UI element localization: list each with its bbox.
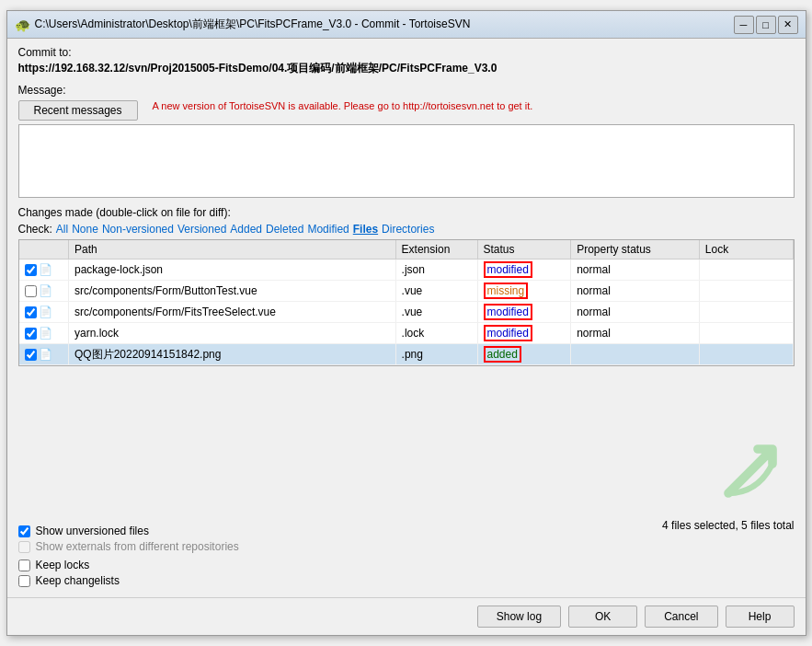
header-check	[19, 240, 69, 260]
commit-to-label: Commit to:	[18, 46, 795, 59]
changes-label: Changes made (double-click on file for d…	[18, 206, 795, 219]
message-textarea[interactable]	[18, 124, 795, 198]
filter-modified[interactable]: Modified	[307, 223, 349, 236]
row-checkbox-cell: 📄	[19, 302, 69, 323]
row-lock	[699, 323, 793, 344]
bottom-checkboxes: Show unversioned files Show externals fr…	[18, 525, 239, 553]
changes-section: Changes made (double-click on file for d…	[18, 206, 795, 553]
title-bar: 🐢 C:\Users\Administrator\Desktop\前端框架\PC…	[7, 11, 806, 39]
table-row[interactable]: 📄 yarn.lock .lock modified normal	[19, 323, 794, 344]
row-property-status: normal	[571, 281, 700, 302]
row-checkbox-cell: 📄	[19, 260, 69, 281]
row-lock	[699, 281, 793, 302]
message-section: Message: Recent messages A new version o…	[18, 84, 795, 201]
header-status: Status	[477, 240, 571, 260]
minimize-button[interactable]: ─	[734, 16, 754, 34]
show-externals-checkbox[interactable]	[18, 541, 30, 553]
main-window: 🐢 C:\Users\Administrator\Desktop\前端框架\PC…	[6, 10, 806, 636]
footer-buttons: Show log OK Cancel Help	[7, 597, 806, 635]
file-type-icon: 📄	[39, 327, 52, 340]
row-extension: .json	[395, 260, 477, 281]
keep-locks-checkbox[interactable]	[18, 559, 30, 571]
filter-row: Check: All None Non-versioned Versioned …	[18, 223, 795, 236]
app-icon: 🐢	[15, 17, 29, 32]
table-row[interactable]: 📄 src/components/Form/ButtonTest.vue .vu…	[19, 281, 794, 302]
file-table-wrapper: Path Extension Status Property status Lo…	[18, 239, 795, 515]
filter-files[interactable]: Files	[353, 223, 378, 236]
recent-messages-button[interactable]: Recent messages	[18, 100, 138, 121]
row-extension: .png	[395, 344, 477, 365]
row-checkbox[interactable]	[25, 349, 37, 361]
update-notice: A new version of TortoiseSVN is availabl…	[153, 100, 795, 111]
window-title: C:\Users\Administrator\Desktop\前端框架\PC\F…	[35, 17, 471, 32]
filter-none[interactable]: None	[72, 223, 98, 236]
ok-button[interactable]: OK	[568, 606, 637, 628]
green-arrow-watermark	[714, 434, 787, 508]
header-property-status: Property status	[571, 240, 700, 260]
row-path: QQ图片20220914151842.png	[68, 344, 395, 365]
cancel-button[interactable]: Cancel	[645, 606, 717, 628]
row-path: src/components/Form/ButtonTest.vue	[68, 281, 395, 302]
show-log-button[interactable]: Show log	[477, 606, 561, 628]
keep-locks-label: Keep locks	[36, 559, 90, 571]
keep-changelists-row: Keep changelists	[18, 574, 795, 587]
message-label: Message:	[18, 84, 795, 97]
keep-section: Keep locks Keep changelists	[18, 559, 795, 590]
status-badge: modified	[484, 261, 532, 278]
row-checkbox-cell: 📄	[19, 344, 69, 365]
filter-directories[interactable]: Directories	[382, 223, 434, 236]
row-checkbox[interactable]	[25, 328, 37, 340]
title-bar-left: 🐢 C:\Users\Administrator\Desktop\前端框架\PC…	[15, 17, 471, 32]
row-checkbox[interactable]	[25, 264, 37, 276]
help-button[interactable]: Help	[726, 606, 795, 628]
filter-deleted[interactable]: Deleted	[266, 223, 303, 236]
file-type-icon: 📄	[39, 306, 52, 318]
row-extension: .vue	[395, 302, 477, 323]
show-unversioned-row: Show unversioned files	[18, 525, 239, 537]
table-header-row: Path Extension Status Property status Lo…	[19, 240, 794, 260]
row-checkbox-cell: 📄	[19, 281, 69, 302]
row-path: package-lock.json	[68, 260, 395, 281]
close-button[interactable]: ✕	[778, 16, 798, 34]
status-summary: 4 files selected, 5 files total	[662, 519, 794, 532]
header-lock: Lock	[699, 240, 793, 260]
row-path: yarn.lock	[68, 323, 395, 344]
file-table-container[interactable]: Path Extension Status Property status Lo…	[18, 239, 795, 366]
title-bar-buttons: ─ □ ✕	[734, 16, 798, 34]
table-row[interactable]: 📄 src/components/Form/FitsTreeSelect.vue…	[19, 302, 794, 323]
row-extension: .vue	[395, 281, 477, 302]
status-badge: added	[484, 346, 521, 363]
show-unversioned-checkbox[interactable]	[18, 525, 30, 537]
show-unversioned-label: Show unversioned files	[36, 525, 149, 537]
file-table: Path Extension Status Property status Lo…	[19, 240, 794, 365]
row-property-status: normal	[571, 260, 700, 281]
row-status: modified	[477, 302, 571, 323]
header-path: Path	[68, 240, 395, 260]
file-type-icon: 📄	[39, 348, 52, 361]
status-badge: modified	[484, 325, 532, 341]
row-lock	[699, 344, 793, 365]
message-header: Recent messages A new version of Tortois…	[18, 100, 795, 121]
row-property-status: normal	[571, 302, 700, 323]
keep-locks-row: Keep locks	[18, 559, 795, 571]
filter-versioned[interactable]: Versioned	[177, 223, 226, 236]
row-status: added	[477, 344, 571, 365]
maximize-button[interactable]: □	[756, 16, 776, 34]
row-checkbox[interactable]	[25, 285, 37, 297]
table-row[interactable]: 📄 QQ图片20220914151842.png .png added	[19, 344, 794, 365]
row-checkbox[interactable]	[25, 306, 37, 318]
row-lock	[699, 302, 793, 323]
filter-non-versioned[interactable]: Non-versioned	[102, 223, 174, 236]
filter-all[interactable]: All	[56, 223, 68, 236]
check-label: Check:	[18, 223, 52, 236]
filter-added[interactable]: Added	[230, 223, 262, 236]
row-status: modified	[477, 260, 571, 281]
table-row[interactable]: 📄 package-lock.json .json modified norma…	[19, 260, 794, 281]
row-extension: .lock	[395, 323, 477, 344]
file-type-icon: 📄	[39, 284, 52, 297]
row-path: src/components/Form/FitsTreeSelect.vue	[68, 302, 395, 323]
status-badge: missing	[484, 283, 529, 299]
status-badge: modified	[484, 304, 532, 320]
keep-changelists-checkbox[interactable]	[18, 575, 30, 587]
row-status: modified	[477, 323, 571, 344]
